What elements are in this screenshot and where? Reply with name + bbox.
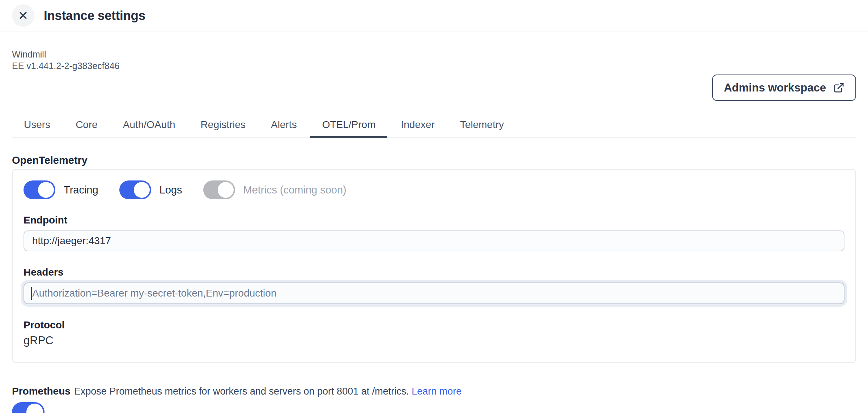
prometheus-title: Prometheus [12,386,71,397]
app-name: Windmill [12,48,856,60]
close-icon: ✕ [18,9,29,22]
page-title: Instance settings [44,8,145,23]
content-area: Windmill EE v1.441.2-2-g383ecf846 Admins… [0,48,868,413]
endpoint-input[interactable] [24,230,844,251]
prometheus-description: Expose Prometheus metrics for workers an… [74,386,409,397]
toggle-knob [218,182,234,198]
toggle-knob [38,182,54,198]
protocol-value: gRPC [24,334,844,347]
toggle-knob [26,404,43,413]
metrics-toggle [203,180,235,199]
admins-workspace-label: Admins workspace [724,81,826,94]
tracing-toggle-group: Tracing [24,180,98,199]
metrics-toggle-label: Metrics (coming soon) [243,184,346,196]
headers-label: Headers [24,267,844,278]
tab-telemetry[interactable]: Telemetry [448,119,516,137]
tab-registries[interactable]: Registries [189,119,258,137]
logs-toggle-label: Logs [159,184,182,196]
tab-users[interactable]: Users [12,119,62,137]
tracing-toggle-label: Tracing [64,184,98,196]
otel-toggle-row: Tracing Logs Metrics (coming soon) [24,180,844,199]
opentelemetry-panel: Tracing Logs Metrics (coming soon) Endpo… [12,169,856,363]
endpoint-label: Endpoint [24,214,844,226]
opentelemetry-section-title: OpenTelemetry [12,154,856,166]
prometheus-section: PrometheusExpose Prometheus metrics for … [12,386,856,397]
admins-workspace-button[interactable]: Admins workspace [712,74,856,101]
tracing-toggle[interactable] [24,180,55,199]
headers-input[interactable] [24,282,844,304]
tab-core[interactable]: Core [64,119,110,137]
logs-toggle-group: Logs [119,180,182,199]
settings-tabs: Users Core Auth/OAuth Registries Alerts … [12,119,856,138]
logs-toggle[interactable] [119,180,151,199]
tab-indexer[interactable]: Indexer [389,119,446,137]
learn-more-link[interactable]: Learn more [412,386,461,397]
prometheus-toggle[interactable] [12,402,44,413]
external-link-icon [833,82,844,93]
toggle-knob [134,182,150,198]
version-block: Windmill EE v1.441.2-2-g383ecf846 [12,48,856,72]
tab-alerts[interactable]: Alerts [259,119,309,137]
tab-auth-oauth[interactable]: Auth/OAuth [111,119,187,137]
app-version: EE v1.441.2-2-g383ecf846 [12,60,856,72]
modal-header: ✕ Instance settings [0,0,868,31]
text-cursor [31,287,32,300]
tab-otel-prom[interactable]: OTEL/Prom [310,119,388,138]
admins-workspace-row: Admins workspace [12,74,856,101]
prometheus-toggle-row [12,402,856,413]
metrics-toggle-group: Metrics (coming soon) [203,180,346,199]
headers-input-wrap [24,282,844,304]
close-button[interactable]: ✕ [12,4,34,27]
protocol-label: Protocol [24,319,844,331]
endpoint-input-wrap [24,230,844,251]
